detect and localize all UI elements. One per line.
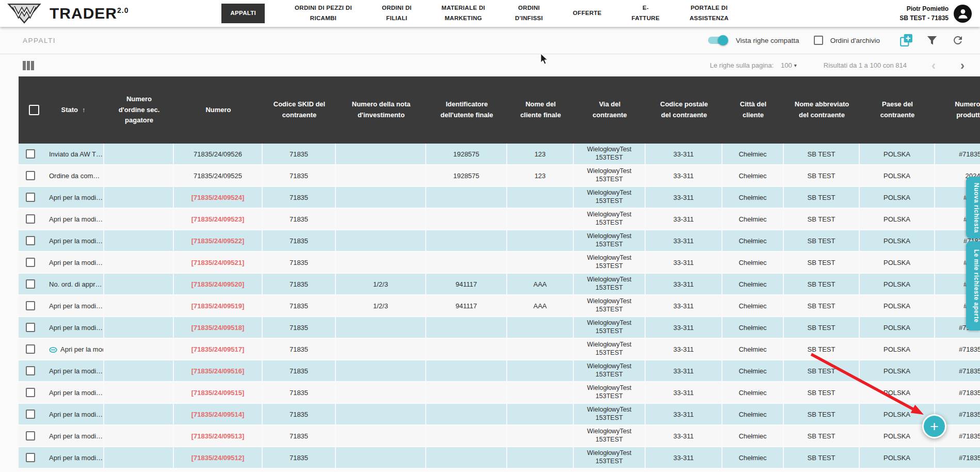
cell-payer_order (104, 144, 174, 165)
col-header-short_name[interactable]: Nome abbreviato del contraente (784, 76, 860, 144)
archive-orders-checkbox[interactable] (814, 36, 823, 45)
col-header-postal[interactable]: Codice postale del contraente (646, 76, 722, 144)
nav-item-0[interactable]: APPALTI (221, 4, 265, 23)
cell-country: POLSKA (860, 447, 935, 469)
cell-short_name: SB TEST (784, 317, 860, 339)
cell-end_customer (507, 447, 574, 469)
compact-view-toggle[interactable] (708, 37, 727, 44)
select-all-checkbox[interactable] (29, 105, 39, 115)
cell-postal: 33-311 (646, 382, 722, 404)
status-text: No. ord. di appr… (49, 280, 102, 288)
nav-item-5[interactable]: OFFERTE (573, 8, 602, 19)
col-header-city[interactable]: Città del cliente (722, 76, 784, 144)
cell-payer_order (104, 165, 174, 187)
cell-postal: 33-311 (646, 187, 722, 209)
row-checkbox[interactable] (26, 258, 35, 267)
cell-number[interactable]: [71835/24/09517] (174, 339, 263, 360)
cell-number[interactable]: [71835/24/09520] (174, 274, 263, 295)
row-checkbox[interactable] (26, 301, 35, 310)
row-checkbox[interactable] (26, 279, 35, 289)
cell-postal: 33-311 (646, 165, 722, 187)
prev-page-button[interactable]: ‹ (931, 59, 936, 72)
add-to-table-button[interactable] (899, 34, 913, 47)
cell-end_user_id: 1928575 (426, 165, 507, 187)
cell-payer_order (104, 360, 174, 382)
cell-street: WielogłowyTest 153TEST (574, 209, 646, 230)
row-checkbox[interactable] (26, 344, 35, 354)
nav-item-4[interactable]: ORDINI D'INFISSI (515, 3, 543, 23)
cell-number[interactable]: [71835/24/09524] (174, 187, 263, 209)
row-checkbox[interactable] (26, 149, 35, 159)
row-checkbox[interactable] (26, 171, 35, 180)
cell-number[interactable]: [71835/24/09512] (174, 447, 263, 469)
cell-number[interactable]: [71835/24/09514] (174, 404, 263, 426)
col-header-skid[interactable]: Codice SKID del contraente (263, 76, 336, 144)
select-all-header (19, 76, 42, 144)
row-checkbox[interactable] (26, 453, 35, 462)
columns-icon[interactable] (23, 61, 34, 70)
col-header-end_user_id[interactable]: Identificatore dell'utente finale (426, 76, 507, 144)
cell-end_customer (507, 252, 574, 274)
nav-item-7[interactable]: PORTALE DI ASSISTENZA (689, 3, 729, 23)
col-header-invest_note[interactable]: Numero della nota d'investimento (336, 76, 426, 144)
col-header-street[interactable]: Via del contraente (574, 76, 646, 144)
status-text: Apri per la modi… (49, 237, 103, 245)
cell-select (19, 274, 42, 295)
cell-number[interactable]: [71835/24/09523] (174, 209, 263, 230)
table-row: Apri per la modi…[71835/24/09523]71835Wi… (19, 209, 980, 230)
cell-city: Chełmiec (722, 404, 784, 426)
cell-city: Chełmiec (722, 209, 784, 230)
row-checkbox[interactable] (26, 214, 35, 224)
row-checkbox[interactable] (26, 323, 35, 332)
rows-per-page-select[interactable]: 100 ▾ (781, 61, 797, 69)
cell-street: WielogłowyTest 153TEST (574, 426, 646, 447)
filter-button[interactable] (925, 34, 939, 47)
cell-status: Apri per la modi… (42, 317, 104, 339)
col-header-producer[interactable]: Numero del produttore (935, 76, 980, 144)
cell-country: POLSKA (860, 187, 935, 209)
col-header-number[interactable]: Numero (174, 76, 263, 144)
col-header-country[interactable]: Paese del contraente (860, 76, 935, 144)
cell-status: Apri per la modi… (42, 447, 104, 469)
cell-number[interactable]: 71835/24/09525 (174, 165, 263, 187)
row-checkbox[interactable] (26, 431, 35, 440)
row-checkbox[interactable] (26, 366, 35, 375)
new-request-fab[interactable]: + (922, 414, 946, 438)
row-checkbox[interactable] (26, 410, 35, 419)
cell-number[interactable]: [71835/24/09519] (174, 295, 263, 317)
col-header-payer_order[interactable]: Numero d'ordine sec. pagatore (104, 76, 174, 144)
col-header-end_customer[interactable]: Nome del cliente finale (507, 76, 574, 144)
nav-item-3[interactable]: MATERIALE DI MARKETING (442, 3, 486, 23)
cell-skid: 71835 (263, 252, 336, 274)
row-checkbox[interactable] (26, 388, 35, 397)
status-text: Apri per la modi… (49, 454, 103, 462)
cell-street: WielogłowyTest 153TEST (574, 404, 646, 426)
row-checkbox[interactable] (26, 193, 35, 202)
cell-select (19, 165, 42, 187)
cell-number[interactable]: [71835/24/09513] (174, 426, 263, 447)
cell-end_customer: 123 (507, 165, 574, 187)
col-header-status[interactable]: Stato↑ (42, 76, 104, 144)
row-checkbox[interactable] (26, 236, 35, 245)
nav-item-6[interactable]: E- FATTURE (632, 3, 660, 23)
cell-number[interactable]: 71835/24/09526 (174, 144, 263, 165)
brand-logo[interactable]: TRADER2.0 (7, 3, 128, 24)
cell-number[interactable]: [71835/24/09515] (174, 382, 263, 404)
next-page-button[interactable]: › (960, 59, 965, 72)
refresh-button[interactable] (951, 34, 965, 47)
cell-number[interactable]: [71835/24/09516] (174, 360, 263, 382)
col-header-label: Nome del cliente finale (520, 100, 561, 119)
side-tab-0[interactable]: Nuova richiesta (966, 177, 980, 239)
nav-item-1[interactable]: ORDINI DI PEZZI DI RICAMBI (295, 3, 352, 23)
cell-postal: 33-311 (646, 252, 722, 274)
cell-number[interactable]: [71835/24/09522] (174, 230, 263, 252)
cell-number[interactable]: [71835/24/09518] (174, 317, 263, 339)
cell-number[interactable]: [71835/24/09521] (174, 252, 263, 274)
status-text: Apri per la modi… (49, 302, 103, 310)
cell-invest_note (336, 165, 426, 187)
user-avatar[interactable] (954, 5, 972, 23)
nav-item-2[interactable]: ORDINI DI FILIALI (382, 3, 412, 23)
side-tab-1[interactable]: Le mie richieste aperte (966, 241, 980, 331)
cell-producer: #71835/2 (935, 447, 980, 469)
status-text: Apri per la modi… (49, 367, 103, 375)
